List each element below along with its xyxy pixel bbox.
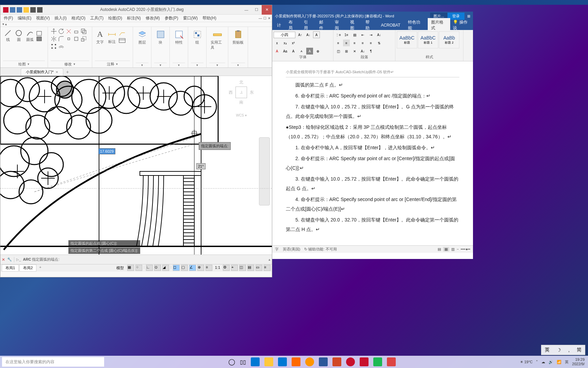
subscript-icon[interactable]: x₂ [282, 40, 289, 46]
moon-icon[interactable]: ☽ [557, 347, 561, 353]
task-view-icon[interactable]: ◯ [228, 358, 235, 366]
menu-draw[interactable]: 绘图(D) [106, 15, 124, 22]
otrack-toggle[interactable]: ∠ [189, 265, 196, 271]
wcs-dropdown[interactable]: WCS ▾ [236, 113, 246, 117]
align-left-icon[interactable]: ≡ [335, 40, 342, 46]
move-icon[interactable] [51, 28, 57, 34]
mirror-icon[interactable] [51, 36, 57, 42]
sort-icon[interactable]: A↓ [376, 31, 382, 38]
align-center-icon[interactable]: ≡ [343, 40, 350, 46]
wifi-icon[interactable]: 📶 [557, 360, 561, 364]
explode-icon[interactable] [66, 36, 72, 42]
layout-add-button[interactable]: + [37, 264, 43, 272]
edge-icon[interactable] [251, 357, 260, 366]
group-tool[interactable]: 组 [191, 28, 203, 46]
clean-screen[interactable]: ▭ [256, 265, 262, 271]
table-icon[interactable] [119, 38, 126, 43]
circle-tool[interactable]: 圆 [14, 28, 23, 44]
styles-gallery[interactable]: AaBbC标题 AaBbC标题 1 AaBb标题 2 [397, 31, 462, 48]
rectangle-icon[interactable] [36, 31, 42, 36]
lineweight-toggle[interactable]: ≡ [206, 265, 212, 271]
doc-close-button[interactable]: ✕ [268, 16, 271, 20]
firefox-icon[interactable] [305, 357, 314, 366]
properties-tool[interactable]: 特性 [173, 28, 185, 46]
bullets-icon[interactable]: ⋮≡ [335, 31, 342, 38]
paragraph-panel-title[interactable]: 段落 [335, 55, 394, 60]
document-body[interactable]: 小景观全模简明学习手册基于 AutoCAD-SketchUp插件-D5 软件↵ … [272, 61, 473, 245]
file-explorer-icon[interactable] [264, 357, 273, 366]
task-timeline-icon[interactable]: ▯▯ [240, 359, 246, 365]
3dosnap-toggle[interactable]: ▢ [181, 265, 188, 271]
show-marks-icon[interactable]: ¶ [368, 48, 374, 55]
ribbon-tab[interactable]: ACROBAT [377, 21, 404, 29]
grid-toggle[interactable]: ▦ [127, 265, 134, 271]
panel-draw-title[interactable]: 绘图▼ [3, 61, 45, 67]
doc-minimize-button[interactable]: — [259, 16, 262, 20]
numbering-icon[interactable]: 1≡ [343, 31, 350, 38]
minimize-button[interactable]: — [241, 5, 251, 15]
ime-lang[interactable]: 英 [565, 359, 569, 365]
mail-icon[interactable] [278, 357, 287, 366]
zoom-slider[interactable]: ━━●━ [461, 247, 470, 251]
menu-tools[interactable]: 工具(T) [88, 15, 105, 22]
highlight-icon[interactable]: A [306, 48, 313, 55]
powerpoint-icon[interactable] [332, 357, 341, 366]
para-sort-icon[interactable]: A↓ [359, 48, 366, 55]
superscript-icon[interactable]: x² [290, 40, 297, 46]
style-title[interactable]: AaBbC标题 [397, 31, 417, 48]
osnap-toggle[interactable]: ◻ [173, 265, 180, 271]
netease-icon[interactable] [346, 357, 355, 366]
viewcube-face[interactable]: 上 [235, 87, 247, 98]
array-icon[interactable] [51, 43, 57, 49]
print-layout-icon[interactable]: ▦ [443, 247, 449, 251]
autocad-icon[interactable] [360, 357, 369, 366]
menu-insert[interactable]: 插入(I) [52, 15, 68, 22]
customization-button[interactable]: ≡ [264, 265, 271, 271]
menu-help[interactable]: 帮助(H) [200, 15, 218, 22]
arc-tool[interactable]: 圆弧 [25, 28, 35, 44]
align-right-icon[interactable]: ≡ [351, 40, 358, 46]
menu-dimension[interactable]: 标注(N) [125, 15, 143, 22]
status-char[interactable]: 字 [275, 247, 279, 252]
rotate-icon[interactable] [58, 28, 64, 34]
stretch-icon[interactable] [73, 36, 79, 42]
command-line[interactable]: ✕ 🔧 ▷_ ARC 指定圆弧的端点: ▴ [0, 255, 272, 264]
xyz-icon[interactable]: ✕ [351, 48, 358, 55]
isolate-objects[interactable]: ◫ [239, 265, 246, 271]
clear-format-icon[interactable]: A [313, 31, 320, 38]
search-input[interactable]: 在这里输入你要搜索的内容 [2, 357, 104, 367]
copy-icon[interactable] [81, 28, 87, 34]
grow-font-icon[interactable]: A↑ [297, 31, 304, 38]
menu-file[interactable]: 件(F) [2, 15, 15, 22]
polar-toggle[interactable]: ⊙ [154, 265, 161, 271]
grow-font-icon2[interactable]: A [290, 48, 297, 55]
cmdline-chevron-icon[interactable]: ▷_ [16, 258, 21, 261]
layer-tool[interactable]: 图层 [136, 28, 148, 46]
cmdline-recent-icon[interactable]: ▴ [268, 257, 271, 262]
text-tool[interactable]: A文字 [95, 28, 105, 46]
isodraft-toggle[interactable]: ◢ [162, 265, 169, 271]
menu-window[interactable]: 窗口(W) [181, 15, 200, 22]
status-language[interactable]: 英语(美国) [283, 247, 300, 252]
block-tool[interactable]: 块 [154, 28, 167, 46]
tab-close-icon[interactable]: ✕ [55, 70, 58, 74]
leader-icon[interactable] [119, 31, 126, 36]
save-icon[interactable] [10, 7, 15, 13]
line-tool[interactable]: 线 [3, 28, 13, 44]
font-color-icon[interactable]: A [274, 48, 280, 55]
change-case-icon[interactable]: Aa [282, 48, 289, 55]
styles-panel-title[interactable]: 样式 [397, 55, 462, 60]
utilities-tool[interactable]: 实用工具 [209, 28, 225, 51]
tab-add-button[interactable]: + [63, 68, 71, 76]
model-space-button[interactable]: 模型 [114, 265, 126, 271]
annotation-scale[interactable]: 1:1 [214, 265, 222, 271]
layout-tab-1[interactable]: 布局1 [2, 264, 19, 272]
decrease-indent-icon[interactable]: ⇤ [359, 31, 366, 38]
open-icon[interactable] [23, 7, 29, 13]
line-spacing-icon[interactable]: ⇅ [376, 40, 382, 46]
clock-date[interactable]: 2022/9/ [572, 362, 585, 366]
snap-toggle[interactable]: ⁘ [135, 265, 142, 271]
trim-icon[interactable] [66, 28, 72, 34]
undo-icon[interactable] [37, 7, 43, 13]
acad-logo-icon[interactable] [3, 7, 9, 13]
